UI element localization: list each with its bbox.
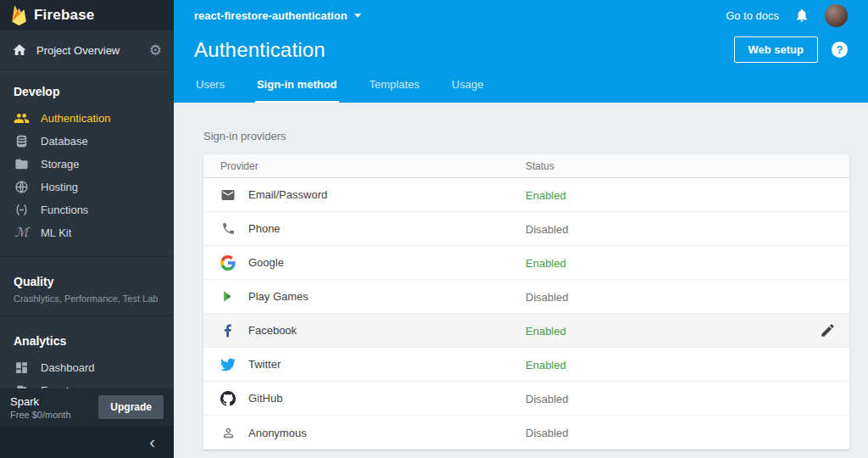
sidebar-item-ml-kit[interactable]: ℳ ML Kit (0, 221, 174, 244)
tab-usage[interactable]: Usage (450, 69, 486, 103)
collapse-sidebar-icon[interactable]: ‹ (149, 433, 155, 450)
users-icon (14, 110, 30, 126)
sidebar-item-label: Dashboard (41, 361, 95, 374)
facebook-icon (220, 323, 236, 338)
provider-status: Enabled (526, 257, 566, 270)
functions-icon (14, 202, 30, 218)
sidebar-item-label: Database (41, 135, 88, 148)
topbar: react-firestore-authentication Go to doc… (174, 0, 868, 31)
firebase-home-link[interactable]: Firebase (0, 0, 174, 31)
provider-row-email[interactable]: Email/Password Enabled (203, 178, 849, 212)
analytics-section-title: Analytics (0, 331, 174, 356)
sidebar-item-functions[interactable]: Functions (0, 198, 174, 221)
providers-table: Provider Status Email/Password Enabled (203, 154, 849, 450)
sidebar-item-label: Functions (41, 204, 88, 216)
provider-name: Play Games (248, 290, 309, 303)
tab-templates[interactable]: Templates (368, 69, 421, 103)
notifications-bell-icon[interactable] (794, 8, 810, 23)
provider-status: Enabled (526, 189, 566, 202)
database-icon (14, 133, 30, 149)
sidebar-item-storage[interactable]: Storage (0, 153, 174, 176)
globe-icon (14, 179, 30, 195)
dashboard-icon (14, 360, 30, 376)
chevron-down-icon (354, 14, 361, 18)
sidebar: Firebase Project Overview ⚙ Develop Auth… (0, 0, 174, 458)
sidebar-collapse-bar: ‹ (0, 426, 174, 458)
provider-status: Enabled (526, 359, 566, 371)
status-column-header: Status (526, 160, 802, 172)
sign-in-providers-label: Sign-in providers (203, 130, 849, 142)
sidebar-item-authentication[interactable]: Authentication (0, 107, 174, 130)
sidebar-item-database[interactable]: Database (0, 130, 174, 153)
go-to-docs-link[interactable]: Go to docs (726, 9, 779, 22)
provider-row-play-games[interactable]: Play Games Disabled (203, 280, 849, 314)
provider-status: Enabled (526, 325, 566, 338)
provider-status: Disabled (526, 291, 569, 304)
tab-sign-in-method[interactable]: Sign-in method (255, 69, 339, 103)
sidebar-divider (0, 316, 174, 316)
quality-section-subtitle: Crashlytics, Performance, Test Lab (0, 293, 174, 304)
main-area: react-firestore-authentication Go to doc… (174, 0, 868, 458)
page-header: react-firestore-authentication Go to doc… (174, 0, 868, 103)
gear-icon[interactable]: ⚙ (149, 43, 162, 58)
twitter-icon (220, 357, 236, 372)
github-icon (220, 391, 236, 406)
firebase-flame-icon (12, 6, 26, 25)
titlebar-right: Web setup ? (734, 36, 849, 63)
sidebar-item-hosting[interactable]: Hosting (0, 176, 174, 198)
play-games-icon (220, 289, 236, 304)
plan-bar: Spark Free $0/month Upgrade (0, 388, 174, 426)
help-icon[interactable]: ? (832, 42, 848, 58)
sidebar-item-label: Authentication (41, 112, 110, 125)
phone-icon (220, 221, 236, 237)
plan-name: Spark (10, 395, 98, 408)
titlebar: Authentication Web setup ? (174, 31, 868, 69)
topbar-right: Go to docs (726, 4, 848, 27)
edit-pencil-icon[interactable] (820, 322, 836, 338)
provider-status: Disabled (526, 427, 569, 439)
provider-row-github[interactable]: GitHub Disabled (203, 382, 849, 416)
anonymous-person-icon (220, 425, 236, 440)
provider-status: Disabled (526, 393, 569, 405)
provider-row-twitter[interactable]: Twitter Enabled (203, 348, 849, 382)
brand-name: Firebase (34, 7, 95, 24)
project-overview-label: Project Overview (36, 44, 140, 57)
project-name: react-firestore-authentication (194, 9, 348, 22)
provider-name: Email/Password (248, 188, 327, 201)
auth-tabs: Users Sign-in method Templates Usage (174, 69, 868, 103)
sidebar-item-label: ML Kit (41, 226, 71, 239)
sidebar-item-project-overview[interactable]: Project Overview ⚙ (0, 31, 174, 70)
user-avatar[interactable] (825, 4, 848, 27)
provider-row-facebook[interactable]: Facebook Enabled (203, 314, 849, 348)
plan-info: Spark Free $0/month (10, 395, 98, 420)
quality-section[interactable]: Quality Crashlytics, Performance, Test L… (0, 260, 174, 312)
page-title: Authentication (194, 38, 326, 62)
develop-section-title: Develop (0, 81, 174, 107)
folder-icon (14, 156, 30, 172)
provider-row-phone[interactable]: Phone Disabled (203, 212, 849, 246)
plan-detail: Free $0/month (10, 410, 98, 420)
content-area: Sign-in providers Provider Status Email/… (174, 103, 868, 458)
provider-status: Disabled (526, 223, 569, 236)
sidebar-item-dashboard[interactable]: Dashboard (0, 356, 174, 379)
provider-row-google[interactable]: Google Enabled (203, 246, 849, 280)
sidebar-item-label: Storage (41, 158, 80, 170)
provider-name: Facebook (248, 324, 297, 337)
upgrade-button[interactable]: Upgrade (98, 395, 164, 419)
provider-row-anonymous[interactable]: Anonymous Disabled (203, 416, 849, 450)
google-icon (220, 255, 236, 271)
email-icon (220, 187, 236, 203)
provider-name: Phone (248, 222, 281, 235)
web-setup-button[interactable]: Web setup (734, 36, 819, 63)
provider-name: Google (248, 256, 284, 269)
provider-column-header: Provider (220, 160, 526, 172)
provider-name: Anonymous (248, 427, 307, 439)
sidebar-item-label: Hosting (41, 181, 78, 193)
provider-name: GitHub (248, 392, 282, 405)
tab-users[interactable]: Users (194, 69, 226, 103)
develop-section: Develop Authentication Database Storage … (0, 70, 174, 253)
project-selector[interactable]: react-firestore-authentication (194, 9, 361, 22)
ml-kit-icon: ℳ (14, 225, 30, 241)
sidebar-divider (0, 256, 174, 257)
provider-name: Twitter (248, 358, 281, 371)
